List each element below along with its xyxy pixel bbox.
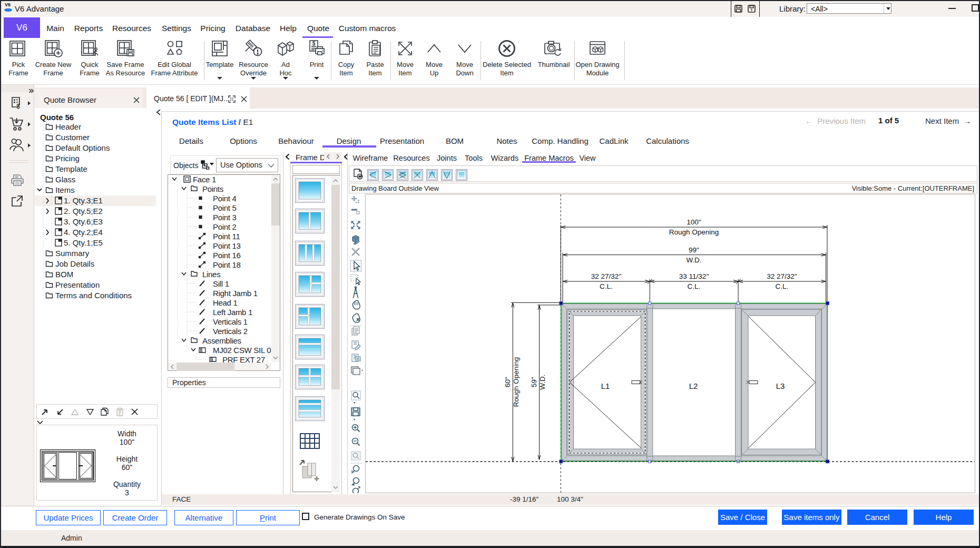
svg-text:$: $ (16, 103, 20, 110)
svg-text:L2: L2 (689, 381, 698, 390)
svg-text:C.L.: C.L. (688, 282, 701, 290)
svg-text:L1: L1 (601, 381, 610, 390)
svg-text:32 27/32": 32 27/32" (591, 272, 622, 280)
svg-text:C.L.: C.L. (776, 282, 789, 290)
svg-text:59": 59" (530, 377, 538, 387)
svg-text:L3: L3 (776, 381, 785, 390)
svg-text:Rough Opening: Rough Opening (669, 228, 719, 236)
svg-text:99": 99" (689, 246, 699, 254)
svg-text:Rough Opening: Rough Opening (512, 357, 520, 407)
svg-text:60": 60" (504, 377, 512, 387)
svg-text:C.L.: C.L. (600, 282, 613, 290)
svg-text:32 27/32": 32 27/32" (767, 272, 797, 280)
svg-text:W.D.: W.D. (686, 256, 701, 264)
svg-text:$: $ (312, 41, 316, 46)
svg-text:33 11/32": 33 11/32" (679, 272, 709, 280)
svg-text:W.D.: W.D. (538, 374, 546, 389)
svg-text:100": 100" (687, 218, 701, 226)
